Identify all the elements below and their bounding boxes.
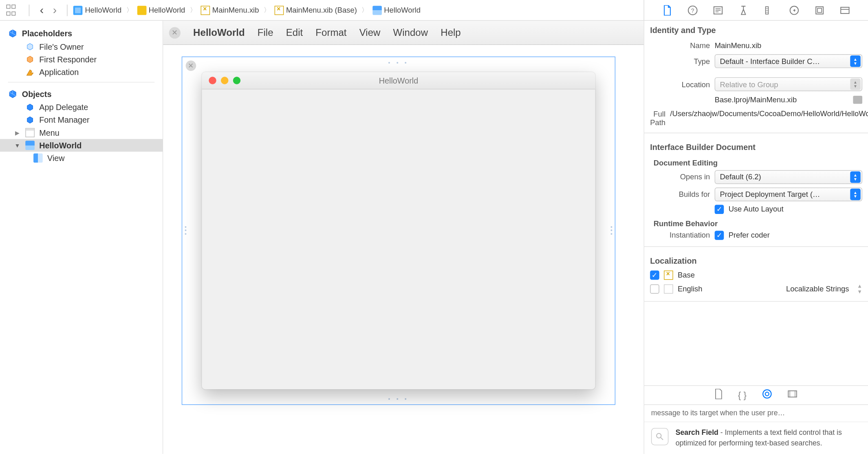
loc-english-checkbox[interactable] [650,284,659,294]
menu-view[interactable]: View [359,27,381,38]
attributes-inspector-tab[interactable] [737,4,750,16]
instantiation-label: Instantiation [650,231,710,240]
prefer-coder-checkbox[interactable]: ✓ [715,231,724,240]
code-snippet-library-tab[interactable]: { } [738,390,747,400]
builds-for-popup[interactable]: Project Deployment Target (… ▲▼ [715,187,862,201]
section-ibd: Interface Builder Document [644,138,868,155]
window-title: HelloWorld [202,76,595,85]
quick-help-tab[interactable]: ? [686,4,699,16]
selection-frame[interactable]: ✕ • • • • • • ••• ••• HelloWorld [182,57,615,405]
file-inspector-tab[interactable] [661,4,674,16]
menu-item[interactable]: ▶ Menu [0,126,163,139]
disclosure-icon[interactable]: ▶ [14,130,21,136]
first-responder-item[interactable]: First Responder [0,53,163,66]
view-effects-inspector-tab[interactable] [839,4,851,16]
section-identity: Identity and Type [644,21,868,38]
library-tabs: { } [644,385,868,405]
builds-for-label: Builds for [650,190,710,198]
document-outline: Placeholders File's Owner First Responde… [0,21,163,454]
application-item[interactable]: Application [0,66,163,78]
objects-header: Objects [0,87,163,101]
loc-base-checkbox[interactable]: ✓ [650,271,659,280]
xib-icon [664,271,673,280]
location-label: Location [650,80,710,88]
bc-file-base[interactable]: MainMenu.xib (Base) [275,5,357,15]
svg-rect-19 [788,390,790,397]
loc-base-label: Base [678,271,695,279]
window-preview[interactable]: HelloWorld [202,72,595,389]
type-popup[interactable]: Default - Interface Builder C… ▲▼ [715,54,862,68]
bc-project[interactable]: HelloWorld [73,5,121,15]
bc-file[interactable]: MainMenu.xib [201,5,259,15]
strings-icon [664,284,673,294]
media-library-tab[interactable] [787,388,797,401]
svg-point-16 [763,390,771,398]
identity-inspector-tab[interactable] [712,4,724,16]
svg-point-17 [765,392,769,395]
related-items-icon[interactable] [4,4,17,16]
svg-rect-12 [816,7,823,14]
menu-format[interactable]: Format [315,27,346,38]
bc-folder[interactable]: HelloWorld [137,5,185,15]
loc-english-kind[interactable]: Localizable Strings [786,284,849,293]
fullpath-label: Full Path [650,108,665,127]
loc-english-label: English [678,284,702,293]
library-item-trunc: message to its target when the user pre… [644,405,868,422]
svg-rect-13 [817,8,822,12]
disclosure-icon[interactable]: ▼ [14,142,21,149]
library-item-search-field[interactable]: Search Field - Implements a text field c… [644,422,868,454]
doc-editing-header: Document Editing [644,155,868,168]
file-inspector: Identity and Type Name Type Default - In… [644,21,868,454]
bindings-inspector-tab[interactable] [813,4,826,16]
svg-text:?: ? [691,7,694,13]
autolayout-checkbox[interactable]: ✓ [715,205,724,214]
prefer-coder-label: Prefer coder [729,231,770,240]
section-localization: Localization [644,251,868,269]
placeholders-header: Placeholders [0,26,163,40]
file-template-library-tab[interactable] [715,388,723,401]
svg-rect-18 [788,390,796,397]
forward-button[interactable]: › [48,3,61,17]
app-delegate-item[interactable]: App Delegate [0,101,163,114]
location-popup[interactable]: Relative to Group ▲▼ [715,77,862,91]
location-sub: Base.lproj/MainMenu.xib [715,95,848,106]
menu-file[interactable]: File [258,27,273,38]
svg-rect-14 [841,7,849,13]
name-label: Name [650,41,710,49]
choose-location-icon[interactable] [853,96,862,104]
menu-edit[interactable]: Edit [286,27,303,38]
opens-in-popup[interactable]: Default (6.2) ▲▼ [715,170,862,184]
updown-icon[interactable]: ▲▼ [857,283,862,295]
fullpath-value: /Users/zhaojw/Documents/CocoaDemo/HelloW… [670,108,868,119]
type-label: Type [650,57,710,65]
search-field-icon [651,428,669,445]
connections-inspector-tab[interactable] [788,4,800,16]
remove-from-canvas-icon[interactable]: ✕ [186,61,196,71]
bc-object[interactable]: HelloWorld [372,5,421,15]
menu-window[interactable]: Window [393,27,428,38]
size-inspector-tab[interactable] [762,4,775,16]
autolayout-label: Use Auto Layout [729,205,784,214]
files-owner-item[interactable]: File's Owner [0,40,163,53]
svg-line-22 [661,438,663,440]
menubar-preview[interactable]: ✕ HelloWorld File Edit Format View Windo… [163,21,644,45]
close-menubar-icon[interactable]: ✕ [169,27,181,38]
object-library-tab[interactable] [762,388,772,401]
opens-in-label: Opens in [650,173,710,181]
runtime-header: Runtime Behavior [644,216,868,229]
font-manager-item[interactable]: Font Manager [0,114,163,126]
view-item[interactable]: View [0,152,163,164]
svg-point-21 [657,433,661,438]
app-menu[interactable]: HelloWorld [193,27,245,38]
name-field[interactable] [715,40,862,51]
svg-rect-20 [795,390,796,397]
helloworld-window-item[interactable]: ▼ HelloWorld [0,139,163,152]
menu-help[interactable]: Help [441,27,460,38]
breadcrumb: HelloWorld 〉 HelloWorld 〉 MainMenu.xib 〉… [73,5,421,15]
back-button[interactable]: ‹ [35,3,48,17]
